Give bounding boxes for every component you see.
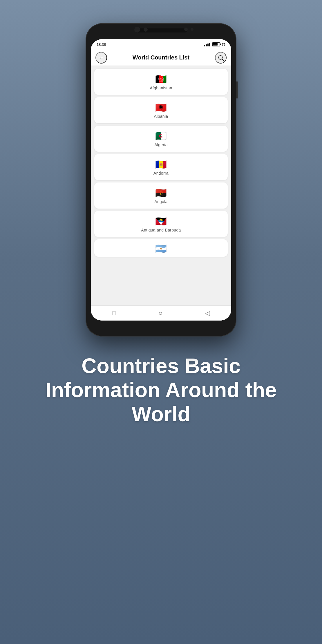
battery-icon	[212, 42, 220, 46]
battery-fill	[213, 43, 218, 46]
phone-screen: 18:38 76 ← World Countries List	[91, 39, 231, 321]
country-list: 🇦🇫 Afghanistan 🇦🇱 Albania 🇩🇿 Algeria 🇦🇩 …	[91, 66, 231, 305]
app-bar: ← World Countries List	[91, 50, 231, 66]
phone-device: 18:38 76 ← World Countries List	[86, 23, 236, 337]
country-flag-albania: 🇦🇱	[155, 103, 167, 112]
battery-level: 76	[222, 43, 225, 46]
country-name-albania: Albania	[154, 114, 168, 119]
camera-dot-1	[134, 27, 140, 32]
bottom-headline: Countries Basic Information Around the W…	[45, 354, 276, 426]
country-card-antigua[interactable]: 🇦🇬 Antigua and Barbuda	[94, 211, 228, 237]
country-card-argentina[interactable]: 🇦🇷	[94, 239, 228, 257]
country-card-andorra[interactable]: 🇦🇩 Andorra	[94, 154, 228, 180]
country-flag-argentina: 🇦🇷	[155, 244, 167, 253]
signal-bar-2	[206, 44, 207, 46]
camera-dot-3	[184, 28, 188, 31]
signal-bars	[204, 43, 210, 46]
svg-line-1	[222, 59, 223, 60]
country-name-angola: Angola	[154, 199, 167, 204]
country-name-andorra: Andorra	[153, 171, 169, 176]
country-flag-angola: 🇦🇴	[155, 188, 167, 198]
bottom-text-section: Countries Basic Information Around the W…	[22, 354, 300, 426]
app-bar-title: World Countries List	[133, 54, 189, 61]
status-icons: 76	[204, 42, 225, 46]
country-card-albania[interactable]: 🇦🇱 Albania	[94, 97, 228, 123]
nav-circle-icon[interactable]: ○	[158, 310, 162, 317]
status-time: 18:38	[97, 42, 106, 47]
country-flag-antigua: 🇦🇬	[155, 217, 167, 226]
camera-dot-2	[144, 28, 148, 32]
status-bar: 18:38 76	[91, 39, 231, 50]
nav-bar: □ ○ ◁	[91, 305, 231, 321]
bottom-line3: World	[132, 402, 191, 426]
country-name-afghanistan: Afghanistan	[150, 86, 172, 90]
back-button[interactable]: ←	[95, 52, 107, 64]
signal-bar-3	[207, 44, 209, 46]
country-name-antigua: Antigua and Barbuda	[141, 228, 181, 232]
country-flag-afghanistan: 🇦🇫	[155, 75, 167, 84]
search-button[interactable]	[215, 52, 227, 64]
nav-back-icon[interactable]: ◁	[205, 310, 210, 317]
country-card-afghanistan[interactable]: 🇦🇫 Afghanistan	[94, 69, 228, 95]
country-card-algeria[interactable]: 🇩🇿 Algeria	[94, 126, 228, 152]
country-flag-andorra: 🇦🇩	[155, 160, 167, 169]
bottom-line1: Countries Basic	[82, 354, 240, 377]
signal-bar-1	[204, 45, 205, 46]
search-icon	[218, 55, 224, 61]
nav-square-icon[interactable]: □	[112, 310, 116, 317]
signal-bar-4	[209, 43, 210, 46]
bottom-line2: Information Around the	[45, 378, 276, 401]
country-name-algeria: Algeria	[154, 142, 168, 147]
country-flag-algeria: 🇩🇿	[155, 131, 167, 141]
country-card-angola[interactable]: 🇦🇴 Angola	[94, 182, 228, 209]
camera-dot-4	[191, 28, 193, 31]
